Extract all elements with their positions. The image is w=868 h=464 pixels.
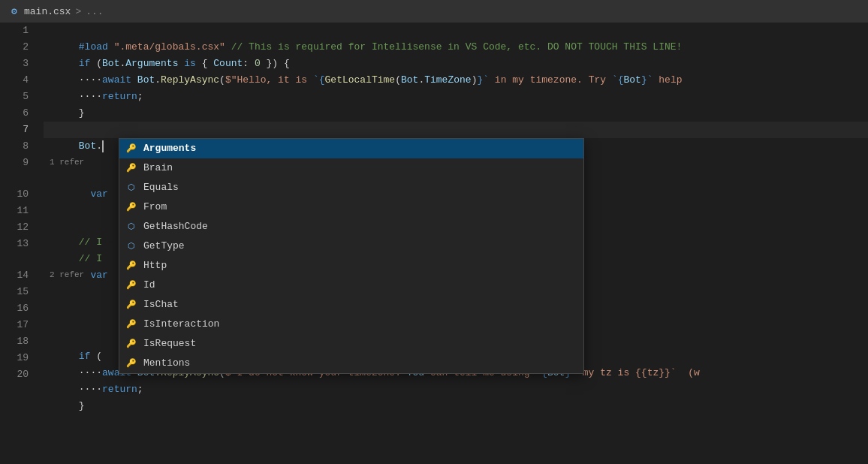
line-num-15: 15 (0, 284, 29, 300)
line-num-1: 1 (0, 23, 29, 39)
breadcrumb: ... (86, 6, 103, 17)
title-bar: ⚙ main.csx > ... (0, 0, 868, 23)
line-num-17: 17 (0, 317, 29, 333)
key-icon-isrequest: 🔑 (125, 338, 137, 350)
line-num-19: 19 (0, 350, 29, 366)
key-icon-mentions: 🔑 (125, 357, 137, 369)
key-icon-http: 🔑 (125, 260, 137, 272)
line-num-8: 8 (0, 138, 29, 155)
line-numbers: 1 2 3 4 5 6 7 8 9 10 11 12 13 14 15 16 1… (0, 23, 38, 464)
autocomplete-item-isrequest[interactable]: 🔑 IsRequest (119, 334, 583, 354)
autocomplete-label-from: From (143, 197, 167, 217)
key-icon-from: 🔑 (125, 201, 137, 213)
line-num-7: 7 (0, 122, 29, 138)
line-num-6: 6 (0, 105, 29, 122)
autocomplete-label-id: Id (143, 276, 155, 295)
line-num-10: 10 (0, 186, 29, 203)
autocomplete-item-http[interactable]: 🔑 Http (119, 256, 583, 276)
key-icon-isinteraction: 🔑 (125, 318, 137, 330)
autocomplete-item-brain[interactable]: 🔑 Brain (119, 158, 583, 178)
editor-container: 1 2 3 4 5 6 7 8 9 10 11 12 13 14 15 16 1… (0, 23, 868, 464)
code-line-7: Bot. (44, 122, 868, 138)
autocomplete-item-gettype[interactable]: ⬡ GetType (119, 237, 583, 256)
key-icon-id: 🔑 (125, 279, 137, 291)
autocomplete-item-isinteraction[interactable]: 🔑 IsInteraction (119, 315, 583, 334)
code-line-3: ····await Bot.ReplyAsync($"Hello, it is … (44, 56, 868, 72)
code-line-4: ····return; (44, 72, 868, 89)
file-icon: ⚙ (9, 6, 20, 17)
cube-icon-gettype: ⬡ (125, 240, 137, 252)
line-num-18: 18 (0, 333, 29, 350)
autocomplete-item-from[interactable]: 🔑 From (119, 197, 583, 217)
line-num-14: 14 (0, 267, 29, 284)
autocomplete-label-equals: Equals (143, 178, 179, 197)
line-num-11: 11 (0, 203, 29, 219)
autocomplete-item-ischat[interactable]: 🔑 IsChat (119, 295, 583, 315)
code-line-1: #load ".meta/globals.csx" // This is req… (44, 23, 868, 39)
autocomplete-item-equals[interactable]: ⬡ Equals (119, 178, 583, 197)
code-line-6 (44, 105, 868, 122)
cube-icon-gethashcode: ⬡ (125, 221, 137, 233)
cube-icon-equals: ⬡ (125, 182, 137, 194)
autocomplete-item-mentions[interactable]: 🔑 Mentions (119, 354, 583, 373)
line-num-4: 4 (0, 72, 29, 89)
line-num-20: 20 (0, 366, 29, 383)
key-icon-ischat: 🔑 (125, 299, 137, 311)
key-icon: 🔑 (125, 143, 137, 155)
autocomplete-label-gethashcode: GetHashCode (143, 217, 208, 237)
autocomplete-label-arguments: Arguments (143, 139, 196, 158)
breadcrumb-separator: > (75, 6, 81, 17)
line-num-5: 5 (0, 89, 29, 105)
autocomplete-dropdown[interactable]: 🔑 Arguments 🔑 Brain ⬡ Equals 🔑 From ⬡ Ge… (119, 138, 584, 374)
autocomplete-label-mentions: Mentions (143, 354, 190, 373)
autocomplete-item-gethashcode[interactable]: ⬡ GetHashCode (119, 217, 583, 237)
code-line-5: } (44, 89, 868, 105)
autocomplete-item-id[interactable]: 🔑 Id (119, 276, 583, 295)
autocomplete-label-ischat: IsChat (143, 295, 179, 315)
autocomplete-label-isrequest: IsRequest (143, 334, 196, 354)
line-num-16: 16 (0, 300, 29, 317)
code-line-2: if (Bot.Arguments is { Count: 0 }) { (44, 39, 868, 56)
line-num-3: 3 (0, 56, 29, 72)
line-num-13: 13 (0, 236, 29, 267)
line-num-12: 12 (0, 219, 29, 236)
autocomplete-label-isinteraction: IsInteraction (143, 315, 219, 334)
line-num-9: 9 (0, 155, 29, 186)
key-icon-brain: 🔑 (125, 162, 137, 174)
autocomplete-item-arguments[interactable]: 🔑 Arguments (119, 139, 583, 158)
autocomplete-label-brain: Brain (143, 158, 173, 178)
file-name: main.csx > ... (24, 6, 104, 17)
autocomplete-label-gettype: GetType (143, 237, 185, 256)
autocomplete-label-http: Http (143, 256, 167, 276)
line-num-2: 2 (0, 39, 29, 56)
code-line-20: } (44, 381, 868, 398)
code-area[interactable]: #load ".meta/globals.csx" // This is req… (38, 23, 868, 464)
